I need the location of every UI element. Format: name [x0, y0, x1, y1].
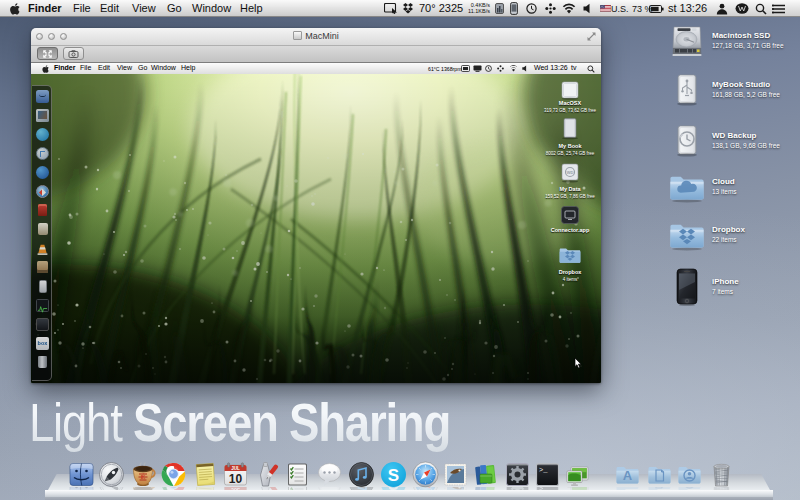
svg-text:É: É [141, 473, 146, 481]
svg-text:A: A [623, 468, 633, 483]
svg-text:JUL: JUL [231, 466, 240, 471]
svg-text:WD: WD [567, 170, 574, 175]
svg-text:10: 10 [229, 472, 243, 486]
svg-text:S: S [388, 466, 399, 485]
svg-text:>_: >_ [539, 466, 548, 474]
